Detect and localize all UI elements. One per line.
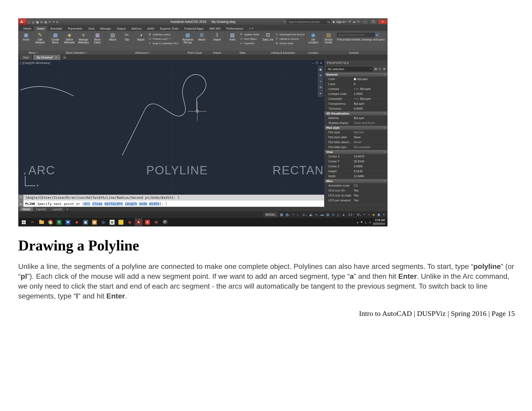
- property-row-plot-table-attach[interactable]: Plot table attach...Model: [324, 140, 387, 145]
- plot-icon[interactable]: ⊟: [39, 21, 43, 24]
- print-icon[interactable]: ▤: [43, 21, 48, 24]
- new-file-icon[interactable]: ▢: [27, 21, 31, 24]
- model-space-button[interactable]: MODEL: [263, 212, 278, 217]
- property-row-width[interactable]: Width11.9499: [324, 174, 387, 179]
- app-diamond-icon[interactable]: ◆: [73, 218, 81, 226]
- property-row-material[interactable]: MaterialByLayer: [324, 116, 387, 121]
- select-objects-icon[interactable]: ↖: [378, 67, 381, 71]
- ribbon-tab-bim-360[interactable]: BIM 360: [207, 26, 223, 31]
- ribbon-tab-view[interactable]: View: [85, 26, 97, 31]
- object-snap-icon[interactable]: ⌖▾: [314, 212, 319, 217]
- ribbon-tab-add-ins[interactable]: Add-ins: [129, 26, 144, 31]
- redo-icon[interactable]: ↷: [52, 21, 56, 24]
- viewport-minimize-icon[interactable]: –: [312, 62, 314, 64]
- command-input[interactable]: PLINE Specify next point or [Arc Close H…: [23, 201, 324, 207]
- viewport-close-icon[interactable]: ✕: [320, 62, 322, 64]
- define-attributes-button[interactable]: ◈Define Attributes: [63, 31, 76, 50]
- design-center-button[interactable]: ▤Design Center: [322, 31, 335, 50]
- panel-label-point-cloud[interactable]: Point Cloud: [180, 51, 209, 55]
- file-explorer-icon[interactable]: [37, 218, 45, 226]
- ribbon-tab-featured-apps[interactable]: Featured Apps: [181, 26, 207, 31]
- zoom-icon[interactable]: ⌖: [320, 80, 321, 83]
- transparency-icon[interactable]: ▧: [325, 212, 330, 217]
- autocad-logo-button[interactable]: A ▾: [18, 18, 26, 25]
- seek-search-input[interactable]: [337, 33, 375, 37]
- seek-search-button[interactable]: ▸: [375, 33, 380, 37]
- property-row-lineweight[interactable]: LineweightByLayer: [324, 96, 387, 101]
- network-icon[interactable]: ⣦: [365, 221, 367, 224]
- new-layout-button[interactable]: +: [65, 207, 69, 211]
- property-row-height[interactable]: Height5.9145: [324, 169, 387, 174]
- collapse-icon[interactable]: −: [384, 73, 385, 76]
- annotation-monitor-icon[interactable]: +: [363, 212, 366, 217]
- search-app-icon[interactable]: ◎: [99, 218, 107, 226]
- underlay-layers-button[interactable]: ≣Underlay Layers: [148, 33, 179, 36]
- file-tab-start[interactable]: Start: [19, 55, 32, 60]
- upload-to-source-button[interactable]: ⇑Upload to Source: [275, 37, 305, 41]
- command-option[interactable]: Length: [125, 202, 137, 206]
- ribbon-tab-output[interactable]: Output: [114, 26, 129, 31]
- ribbon-tab-manage[interactable]: Manage: [97, 26, 114, 31]
- orbit-icon[interactable]: ⟲: [319, 86, 322, 89]
- search-icon[interactable]: [327, 21, 329, 23]
- adjust-button[interactable]: ◑Adjust: [134, 31, 148, 50]
- arc-entity[interactable]: [20, 87, 74, 96]
- tab-layout1[interactable]: Layout1: [34, 207, 49, 211]
- command-option[interactable]: Close: [92, 202, 102, 206]
- download-from-source-button[interactable]: ⇓Download from Source: [275, 33, 305, 36]
- pan-icon[interactable]: ✛: [319, 74, 322, 77]
- open-file-icon[interactable]: ◱: [31, 21, 35, 24]
- ribbon-tab-annotate[interactable]: Annotate: [47, 26, 65, 31]
- excel-icon[interactable]: X: [55, 218, 63, 226]
- property-row-thickness[interactable]: Thickness0.0000: [324, 106, 387, 111]
- property-row-transparency[interactable]: TransparencyByLayer: [324, 101, 387, 106]
- property-row-annotation-scale[interactable]: Annotation scale1:1: [324, 183, 387, 188]
- collapse-icon[interactable]: −: [384, 126, 385, 129]
- property-row-center-y[interactable]: Center Y20.8140: [324, 159, 387, 164]
- sphere-app-icon[interactable]: [161, 218, 169, 226]
- panel-label-block-definition[interactable]: Block Definition▾: [48, 51, 105, 55]
- save-icon[interactable]: ▣: [35, 21, 39, 24]
- clip-button[interactable]: ✂Clip: [120, 31, 134, 50]
- section-header-plot-style[interactable]: Plot style−: [324, 125, 387, 130]
- property-row-linetype[interactable]: LinetypeByLayer: [324, 87, 387, 91]
- autoscale-icon[interactable]: ▲: [341, 212, 346, 217]
- qat-customize-icon[interactable]: ▾: [56, 21, 59, 24]
- command-option[interactable]: Halfwidth: [104, 202, 123, 206]
- tray-expand-icon[interactable]: ▴: [357, 221, 358, 224]
- attach-button[interactable]: ▤Attach: [106, 31, 119, 50]
- property-row-plot-style[interactable]: Plot styleByColor: [324, 130, 387, 135]
- help-search-input[interactable]: [288, 20, 327, 23]
- file-tab-my-drawing[interactable]: My Drawing* ✕: [33, 55, 61, 60]
- extract-data-button[interactable]: ⊟Extract Data: [275, 42, 305, 45]
- close-icon[interactable]: ✕: [20, 196, 22, 198]
- search-expand-icon[interactable]: ▸: [284, 21, 285, 23]
- drawing-area[interactable]: [−][Top][2D Wireframe] – ❐ ✕ ◉✛⌖⟲▸ ARC P…: [18, 60, 324, 195]
- panel-label-location[interactable]: Location: [306, 51, 321, 55]
- clean-screen-icon[interactable]: ▣: [377, 212, 381, 217]
- collapse-icon[interactable]: −: [384, 150, 385, 154]
- start-button[interactable]: [20, 218, 28, 226]
- grid-icon[interactable]: ▦: [279, 212, 284, 217]
- command-option[interactable]: Arc: [84, 202, 90, 206]
- import-button[interactable]: ⇩Import: [210, 31, 224, 50]
- property-row-ucs-icon-on[interactable]: UCS icon OnYes: [324, 188, 387, 193]
- section-header-general[interactable]: General−: [324, 72, 387, 77]
- quick-select-icon[interactable]: ▼: [383, 67, 386, 71]
- help-button[interactable]: ? ▾: [357, 20, 360, 23]
- ole-object-button[interactable]: ▱OLE Object: [240, 37, 260, 41]
- frames-vary-button[interactable]: ▭*Frames vary*▾: [148, 37, 179, 41]
- dynamic-input-icon[interactable]: +: [291, 212, 295, 217]
- ortho-icon[interactable]: ∟: [296, 212, 301, 217]
- command-option[interactable]: Width: [149, 202, 159, 206]
- section-header-misc[interactable]: Misc−: [324, 179, 387, 183]
- tab-layout2[interactable]: Layout2: [49, 207, 65, 211]
- edit-attribute-button[interactable]: ✎Edit Attribute▾: [33, 31, 47, 50]
- volume-icon[interactable]: ◁: [369, 221, 371, 224]
- panel-label-linking-extraction[interactable]: Linking & Extraction: [260, 51, 305, 55]
- snap-icon[interactable]: ▥▾: [285, 212, 290, 217]
- collapse-icon[interactable]: −: [384, 180, 385, 183]
- ribbon-tab-express-tools[interactable]: Express Tools: [157, 26, 181, 31]
- hyperlink-button[interactable]: ∞Hyperlink: [240, 42, 260, 45]
- box-app-icon[interactable]: ▣: [90, 218, 98, 226]
